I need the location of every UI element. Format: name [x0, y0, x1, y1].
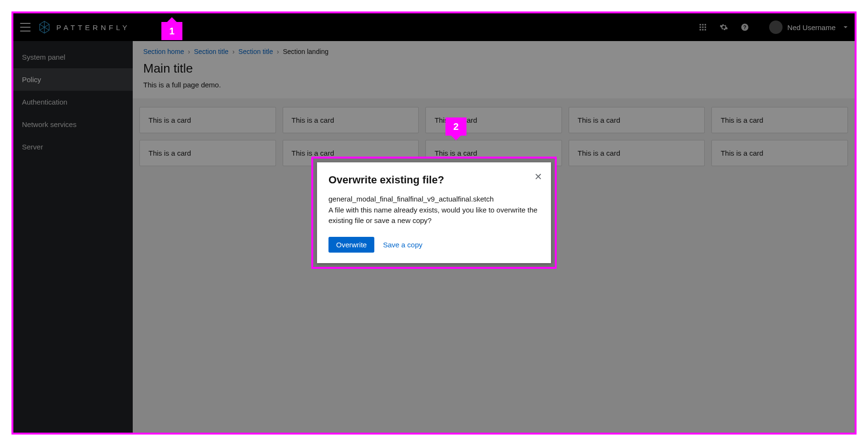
annotation-box-2: Overwrite existing file? ✕ general_modal…	[311, 157, 557, 269]
annotation-callout-2: 2	[445, 117, 466, 136]
modal-message: A file with this name already exists, wo…	[328, 205, 540, 226]
save-copy-button[interactable]: Save a copy	[383, 241, 423, 249]
annotation-callout-1: 1	[161, 22, 182, 40]
overwrite-button[interactable]: Overwrite	[328, 237, 374, 253]
modal-dialog: Overwrite existing file? ✕ general_modal…	[317, 162, 551, 263]
close-icon[interactable]: ✕	[534, 172, 542, 181]
modal-title: Overwrite existing file?	[328, 174, 540, 186]
modal-filename: general_modal_final_finalfinal_v9_actual…	[328, 194, 540, 205]
